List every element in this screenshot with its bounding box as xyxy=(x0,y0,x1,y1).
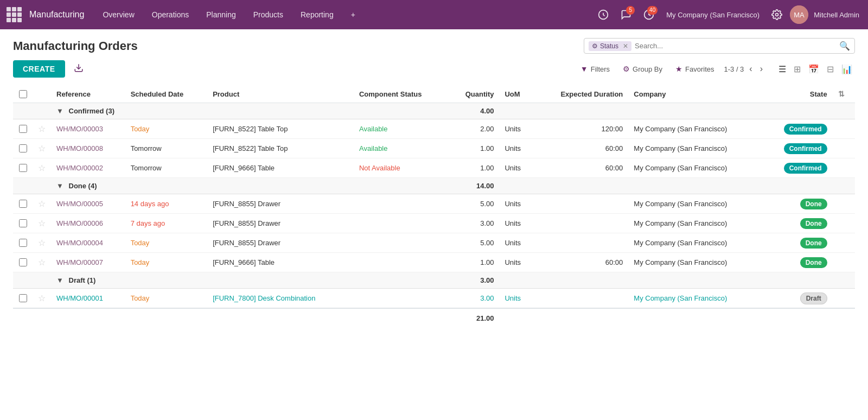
group-toggle[interactable]: ▼ xyxy=(56,107,63,115)
nav-operations[interactable]: Operations xyxy=(144,7,196,22)
row-state: Done xyxy=(763,233,833,253)
row-product[interactable]: [FURN_9666] Table xyxy=(207,253,354,272)
row-state: Confirmed xyxy=(763,158,833,178)
row-date: Tomorrow xyxy=(125,158,208,178)
filters-button[interactable]: ▼ Filters xyxy=(577,62,613,75)
col-uom[interactable]: UoM xyxy=(499,85,534,103)
view-chart-button[interactable]: 📊 xyxy=(839,62,855,76)
search-bar[interactable]: ⚙ Status ✕ 🔍 xyxy=(584,38,855,54)
search-input[interactable] xyxy=(635,42,836,50)
star-icon[interactable]: ☆ xyxy=(38,199,46,208)
row-ref[interactable]: WH/MO/00001 xyxy=(51,289,125,309)
search-magnifier-icon[interactable]: 🔍 xyxy=(839,41,850,51)
avatar[interactable]: MA xyxy=(790,5,808,24)
star-icon[interactable]: ☆ xyxy=(38,124,46,133)
row-product[interactable]: [FURN_9666] Table xyxy=(207,158,354,178)
row-checkbox[interactable] xyxy=(19,200,27,208)
row-ref[interactable]: WH/MO/00008 xyxy=(51,139,125,158)
row-uom: Units xyxy=(499,214,534,233)
col-expected-duration[interactable]: Expected Duration xyxy=(534,85,628,103)
row-product[interactable]: [FURN_8855] Drawer xyxy=(207,194,354,214)
col-scheduled-date[interactable]: Scheduled Date xyxy=(125,85,208,103)
filter-tag-close[interactable]: ✕ xyxy=(623,42,628,50)
nav-products[interactable]: Products xyxy=(246,7,291,22)
app-name[interactable]: Manufacturing xyxy=(29,10,84,20)
row-checkbox[interactable] xyxy=(19,125,27,133)
nav-overview[interactable]: Overview xyxy=(95,7,142,22)
col-quantity[interactable]: Quantity xyxy=(449,85,500,103)
row-star-cell: ☆ xyxy=(33,253,51,272)
col-adjust[interactable]: ⇅ xyxy=(833,85,855,103)
star-icon[interactable]: ☆ xyxy=(38,258,46,267)
col-company[interactable]: Company xyxy=(628,85,762,103)
row-uom: Units xyxy=(499,233,534,253)
group-row-2: ▼ Draft (1) 3.00 xyxy=(13,272,855,289)
row-product[interactable]: [FURN_8855] Drawer xyxy=(207,233,354,253)
row-checkbox[interactable] xyxy=(19,144,27,152)
row-checkbox[interactable] xyxy=(19,239,27,247)
toolbar: CREATE ▼ Filters ⚙ Group By ★ Favorites xyxy=(13,60,855,78)
nav-reporting[interactable]: Reporting xyxy=(293,7,341,22)
view-kanban-button[interactable]: ⊞ xyxy=(791,62,803,76)
star-icon[interactable]: ☆ xyxy=(38,163,46,173)
row-product[interactable]: [FURN_8522] Table Top xyxy=(207,119,354,139)
table-row: ☆ WH/MO/00005 14 days ago [FURN_8855] Dr… xyxy=(13,194,855,214)
download-button[interactable] xyxy=(69,61,88,78)
star-icon[interactable]: ☆ xyxy=(38,294,46,303)
favorites-icon: ★ xyxy=(675,65,682,73)
row-state: Confirmed xyxy=(763,119,833,139)
row-ref[interactable]: WH/MO/00007 xyxy=(51,253,125,272)
star-icon[interactable]: ☆ xyxy=(38,144,46,153)
star-icon[interactable]: ☆ xyxy=(38,238,46,247)
col-state[interactable]: State xyxy=(763,85,833,103)
groupby-button[interactable]: ⚙ Group By xyxy=(620,62,666,75)
prev-page-button[interactable]: ‹ xyxy=(747,63,754,75)
col-product[interactable]: Product xyxy=(207,85,354,103)
nav-icons: 5 40 My Company (San Francisco) MA Mitch… xyxy=(593,5,861,24)
row-checkbox[interactable] xyxy=(19,219,27,227)
row-checkbox-cell xyxy=(13,253,33,272)
row-ref[interactable]: WH/MO/00006 xyxy=(51,214,125,233)
row-ref[interactable]: WH/MO/00005 xyxy=(51,194,125,214)
row-component-status xyxy=(354,214,449,233)
row-star-cell: ☆ xyxy=(33,233,51,253)
view-calendar-button[interactable]: 📅 xyxy=(806,62,822,76)
activity-icon-btn[interactable] xyxy=(593,5,613,24)
col-component-status[interactable]: Component Status xyxy=(354,85,449,103)
nav-planning[interactable]: Planning xyxy=(199,7,244,22)
row-ref[interactable]: WH/MO/00003 xyxy=(51,119,125,139)
chat-badge: 5 xyxy=(626,6,635,15)
next-page-button[interactable]: › xyxy=(758,63,765,75)
clock-icon-btn[interactable]: 40 xyxy=(639,5,659,24)
total-value: 21.00 xyxy=(449,308,500,328)
view-list-button[interactable]: ☰ xyxy=(776,62,789,76)
user-name[interactable]: Mitchell Admin xyxy=(812,11,861,19)
app-logo[interactable] xyxy=(7,7,22,22)
table-row: ☆ WH/MO/00003 Today [FURN_8522] Table To… xyxy=(13,119,855,139)
row-product[interactable]: [FURN_7800] Desk Combination xyxy=(207,289,354,309)
nav-add[interactable]: + xyxy=(343,7,363,22)
view-pivot-button[interactable]: ⊟ xyxy=(824,62,837,76)
group-toggle[interactable]: ▼ xyxy=(56,182,63,190)
select-all-checkbox[interactable] xyxy=(19,90,27,98)
row-checkbox[interactable] xyxy=(19,294,27,302)
favorites-button[interactable]: ★ Favorites xyxy=(672,62,717,75)
settings-icon-btn[interactable] xyxy=(767,5,787,24)
page-content: Manufacturing Orders ⚙ Status ✕ 🔍 CREATE… xyxy=(0,29,868,336)
row-uom: Units xyxy=(499,158,534,178)
row-checkbox[interactable] xyxy=(19,258,27,266)
row-product[interactable]: [FURN_8522] Table Top xyxy=(207,139,354,158)
group-toggle[interactable]: ▼ xyxy=(56,276,63,284)
row-company: My Company (San Francisco) xyxy=(628,119,762,139)
star-icon[interactable]: ☆ xyxy=(38,219,46,228)
row-ref[interactable]: WH/MO/00004 xyxy=(51,233,125,253)
row-product[interactable]: [FURN_8855] Drawer xyxy=(207,214,354,233)
col-reference[interactable]: Reference xyxy=(51,85,125,103)
create-button[interactable]: CREATE xyxy=(13,60,65,78)
company-name[interactable]: My Company (San Francisco) xyxy=(662,11,764,19)
row-checkbox[interactable] xyxy=(19,164,27,172)
row-qty: 5.00 xyxy=(449,233,500,253)
row-star-cell: ☆ xyxy=(33,139,51,158)
chat-icon-btn[interactable]: 5 xyxy=(616,5,636,24)
row-ref[interactable]: WH/MO/00002 xyxy=(51,158,125,178)
